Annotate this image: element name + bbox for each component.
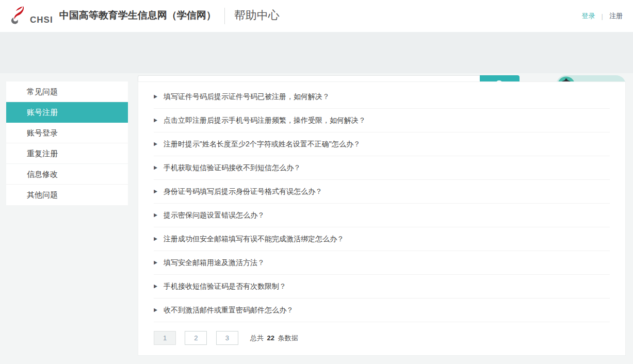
site-name: 中国高等教育学生信息网（学信网） — [59, 9, 216, 22]
faq-item[interactable]: ▶ 注册成功但安全邮箱填写有误不能完成激活绑定怎么办？ — [154, 227, 610, 251]
sidebar-item-label: 账号登录 — [27, 128, 58, 137]
faq-question-text: 身份证号码填写后提示身份证号格式有误怎么办？ — [164, 187, 322, 196]
header-divider — [224, 8, 225, 24]
page-number-label: 1 — [163, 334, 167, 342]
total-count-value: 22 — [266, 334, 276, 342]
search-band: 学信网机器人 — [0, 32, 633, 73]
faq-list: ▶ 填写证件号码后提示证件号码已被注册，如何解决？ ▶ 点击立即注册后提示手机号… — [154, 85, 610, 322]
faq-item[interactable]: ▶ 手机获取短信验证码接收不到短信怎么办？ — [154, 156, 610, 180]
faq-item[interactable]: ▶ 点击立即注册后提示手机号码注册频繁，操作受限，如何解决？ — [154, 109, 610, 133]
arrow-right-icon: ▶ — [154, 260, 157, 266]
auth-links: 登录 | 注册 — [582, 11, 626, 21]
arrow-right-icon: ▶ — [154, 189, 157, 194]
arrow-right-icon: ▶ — [154, 94, 157, 100]
sidebar-item[interactable]: 其他问题 — [6, 185, 128, 205]
login-link[interactable]: 登录 — [582, 11, 595, 21]
arrow-right-icon: ▶ — [154, 166, 157, 171]
faq-item[interactable]: ▶ 手机接收短信验证码是否有次数限制？ — [154, 275, 610, 299]
auth-links-separator: | — [602, 12, 603, 20]
sidebar-item[interactable]: 重复注册 — [6, 143, 128, 164]
arrow-right-icon: ▶ — [154, 142, 157, 147]
faq-question-text: 填写安全邮箱用途及激活方法？ — [164, 258, 265, 268]
sidebar-item[interactable]: 账号注册 — [6, 102, 128, 123]
total-suffix: 条数据 — [278, 334, 298, 342]
sidebar-item-label: 常见问题 — [27, 87, 58, 96]
page-title: 帮助中心 — [234, 8, 280, 23]
faq-question-text: 收不到激活邮件或重置密码邮件怎么办？ — [164, 306, 294, 315]
sidebar-item-label: 重复注册 — [27, 149, 58, 158]
total-prefix: 总共 — [250, 334, 264, 342]
page-number-label: 2 — [194, 334, 198, 342]
sidebar-item-label: 信息修改 — [27, 170, 58, 178]
chsi-logo[interactable]: CHSI — [7, 4, 53, 28]
faq-question-text: 提示密保问题设置错误怎么办？ — [164, 211, 265, 220]
arrow-right-icon: ▶ — [154, 308, 157, 313]
chsi-bird-logo-icon — [7, 5, 29, 28]
faq-panel: ▶ 填写证件号码后提示证件号码已被注册，如何解决？ ▶ 点击立即注册后提示手机号… — [138, 81, 626, 356]
page-number-button[interactable]: 2 — [185, 331, 207, 345]
arrow-right-icon: ▶ — [154, 284, 157, 289]
register-link[interactable]: 注册 — [609, 11, 623, 21]
arrow-right-icon: ▶ — [154, 118, 157, 123]
total-count-text: 总共 22 条数据 — [250, 334, 298, 343]
page-number-button[interactable]: 3 — [216, 331, 238, 345]
page-number-button[interactable]: 1 — [154, 331, 176, 345]
faq-question-text: 手机接收短信验证码是否有次数限制？ — [164, 282, 286, 291]
arrow-right-icon: ▶ — [154, 213, 157, 218]
header: CHSI 中国高等教育学生信息网（学信网） 帮助中心 登录 | 注册 — [0, 0, 633, 32]
faq-question-text: 点击立即注册后提示手机号码注册频繁，操作受限，如何解决？ — [164, 116, 366, 125]
logo-text: CHSI — [30, 15, 53, 25]
faq-question-text: 注册时提示"姓名长度至少2个字符或姓名设置不正确"怎么办？ — [164, 140, 361, 149]
faq-item[interactable]: ▶ 注册时提示"姓名长度至少2个字符或姓名设置不正确"怎么办？ — [154, 133, 610, 156]
faq-question-text: 填写证件号码后提示证件号码已被注册，如何解决？ — [164, 92, 330, 102]
sidebar-item-label: 其他问题 — [27, 190, 58, 199]
sidebar-item-label: 账号注册 — [27, 108, 58, 117]
faq-question-text: 手机获取短信验证码接收不到短信怎么办？ — [164, 163, 301, 173]
sidebar: 常见问题 账号注册 账号登录 重复注册 信息修改 其他问题 — [6, 81, 128, 205]
faq-item[interactable]: ▶ 收不到激活邮件或重置密码邮件怎么办？ — [154, 299, 610, 322]
arrow-right-icon: ▶ — [154, 237, 157, 242]
pagination: 1 2 3 总共 22 条数据 — [154, 331, 610, 345]
faq-item[interactable]: ▶ 填写证件号码后提示证件号码已被注册，如何解决？ — [154, 85, 610, 109]
faq-item[interactable]: ▶ 填写安全邮箱用途及激活方法？ — [154, 251, 610, 275]
pagination-pages: 1 2 3 — [154, 331, 245, 345]
sidebar-item[interactable]: 信息修改 — [6, 164, 128, 185]
faq-item[interactable]: ▶ 提示密保问题设置错误怎么办？ — [154, 204, 610, 227]
faq-item[interactable]: ▶ 身份证号码填写后提示身份证号格式有误怎么办？ — [154, 180, 610, 204]
faq-question-text: 注册成功但安全邮箱填写有误不能完成激活绑定怎么办？ — [164, 235, 344, 244]
sidebar-item[interactable]: 账号登录 — [6, 123, 128, 143]
page-number-label: 3 — [225, 334, 229, 342]
sidebar-item[interactable]: 常见问题 — [6, 81, 128, 102]
